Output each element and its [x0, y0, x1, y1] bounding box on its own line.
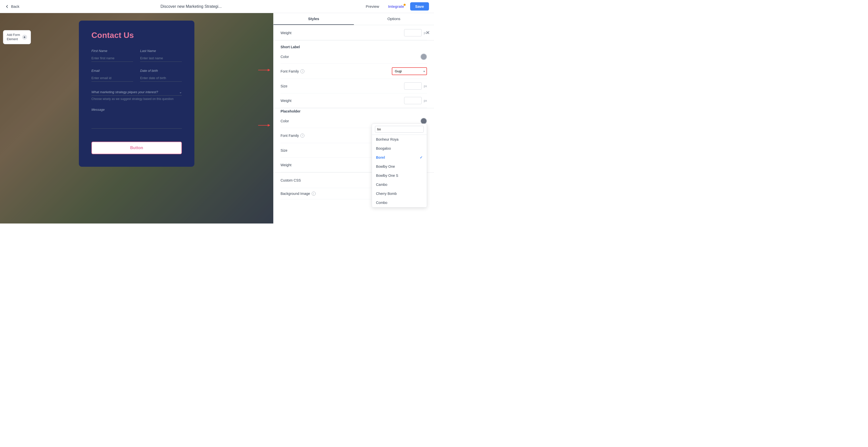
tab-options[interactable]: Options: [354, 13, 434, 25]
placeholder-color-label: Color: [281, 119, 289, 123]
dropdown-item-bowlby-one[interactable]: Bowlby One: [372, 162, 427, 171]
short-label-section: Short Label: [281, 40, 427, 50]
chevron-down-icon: ⌄: [179, 90, 182, 94]
form-card: Contact Us First Name Last Name Email Da…: [79, 21, 194, 167]
back-button[interactable]: Back: [5, 4, 19, 9]
label-size-unit: px: [424, 84, 427, 88]
red-arrow-placeholder-font: [258, 125, 268, 126]
dropdown-item-cherry-bomb[interactable]: Cherry Bomb: [372, 189, 427, 198]
placeholder-size-label: Size: [281, 149, 287, 153]
message-label: Message: [91, 108, 182, 111]
dropdown-item-combo[interactable]: Combo: [372, 198, 427, 207]
label-weight-control: 300 px: [404, 97, 427, 104]
dropdown-item-boogaloo[interactable]: Boogaloo: [372, 144, 427, 153]
red-arrow-label-font: [258, 70, 268, 70]
weight-top-label: Weight: [281, 31, 291, 35]
page-title: Discover new Marketing Strategi...: [19, 4, 363, 9]
panel-tabs: Styles Options: [274, 13, 434, 25]
canvas-area: Add FormElement + Contact Us First Name …: [0, 13, 273, 224]
font-family-info-icon[interactable]: i: [300, 69, 304, 73]
strategy-hint: Choose wisely as we suggest strategy bas…: [91, 97, 182, 101]
label-weight-input[interactable]: 300: [404, 97, 422, 104]
email-label: Email: [91, 69, 133, 72]
dob-field: Date of birth: [140, 69, 182, 82]
label-font-family-label: Font Family i: [281, 69, 304, 73]
weight-top-input[interactable]: 400: [404, 29, 422, 36]
add-form-button[interactable]: Add FormElement +: [3, 30, 31, 44]
label-weight-row: Weight 300 px: [281, 93, 427, 108]
dob-input[interactable]: [140, 74, 182, 82]
form-row-name: First Name Last Name: [91, 49, 182, 62]
placeholder-weight-label: Weight: [281, 163, 291, 167]
topbar-actions: Preview Integrate Save: [363, 2, 429, 10]
plus-icon: +: [22, 35, 27, 40]
weight-top-control: 400 px: [404, 29, 427, 36]
form-row-email-dob: Email Date of birth: [91, 69, 182, 82]
custom-css-label: Custom CSS: [281, 178, 301, 182]
strategy-label: What marketing strategy piques your inte…: [91, 90, 158, 94]
form-title: Contact Us: [91, 31, 182, 40]
weight-top-row: Weight 400 px: [281, 25, 427, 40]
preview-button[interactable]: Preview: [363, 2, 382, 10]
topbar: Back Discover new Marketing Strategi... …: [0, 0, 434, 13]
last-name-label: Last Name: [140, 49, 182, 53]
dropdown-item-bowlby-one-s[interactable]: Bowlby One S: [372, 171, 427, 180]
email-input[interactable]: [91, 74, 133, 82]
dropdown-item-borel[interactable]: Borel ✓: [372, 153, 427, 162]
check-icon: ✓: [420, 155, 423, 159]
dob-label: Date of birth: [140, 69, 182, 72]
email-field: Email: [91, 69, 133, 82]
dropdown-search-wrap: [372, 124, 427, 135]
label-color-swatch[interactable]: [421, 54, 427, 60]
font-dropdown-popup: Bonheur Roya Boogaloo Borel ✓ Bowlby One…: [372, 124, 427, 207]
bg-image-label: Background Image i: [281, 192, 316, 196]
dropdown-item-cambo[interactable]: Cambo: [372, 180, 427, 189]
message-field: Message: [91, 108, 182, 130]
placeholder-section-label: Placeholder: [281, 108, 427, 114]
save-button[interactable]: Save: [410, 2, 429, 10]
back-icon: [5, 4, 9, 9]
label-color-control: [421, 54, 427, 60]
label-font-family-row: Font Family i Gugi: [281, 64, 427, 79]
label-weight-label: Weight: [281, 99, 291, 103]
strategy-select[interactable]: What marketing strategy piques your inte…: [91, 89, 182, 96]
bg-image-info-icon[interactable]: i: [312, 192, 316, 196]
back-label: Back: [11, 4, 19, 8]
close-button[interactable]: ✕: [426, 30, 430, 36]
label-size-row: Size 12 px: [281, 79, 427, 93]
strategy-field: What marketing strategy piques your inte…: [91, 89, 182, 101]
right-panel: ✕ Styles Options Weight 400 px Short Lab…: [273, 13, 434, 224]
label-weight-unit: px: [424, 99, 427, 102]
first-name-input[interactable]: [91, 55, 133, 62]
placeholder-font-family-label: Font Family i: [281, 134, 304, 138]
label-color-label: Color: [281, 55, 289, 59]
placeholder-font-family-info-icon[interactable]: i: [300, 134, 304, 138]
integrate-button[interactable]: Integrate: [385, 2, 407, 10]
label-size-input[interactable]: 12: [404, 83, 422, 90]
first-name-field: First Name: [91, 49, 133, 62]
label-font-family-control: Gugi: [392, 67, 427, 75]
first-name-label: First Name: [91, 49, 133, 53]
dropdown-item-bonheur[interactable]: Bonheur Roya: [372, 135, 427, 144]
add-form-label: Add FormElement: [7, 33, 20, 41]
label-size-control: 12 px: [404, 83, 427, 90]
submit-button[interactable]: Button: [91, 141, 182, 154]
dropdown-search-input[interactable]: [375, 126, 424, 133]
tab-styles[interactable]: Styles: [274, 13, 354, 25]
message-textarea[interactable]: [91, 114, 182, 129]
last-name-input[interactable]: [140, 55, 182, 62]
label-size-label: Size: [281, 84, 287, 88]
label-color-row: Color: [281, 50, 427, 64]
last-name-field: Last Name: [140, 49, 182, 62]
label-font-family-select[interactable]: Gugi: [392, 67, 427, 75]
